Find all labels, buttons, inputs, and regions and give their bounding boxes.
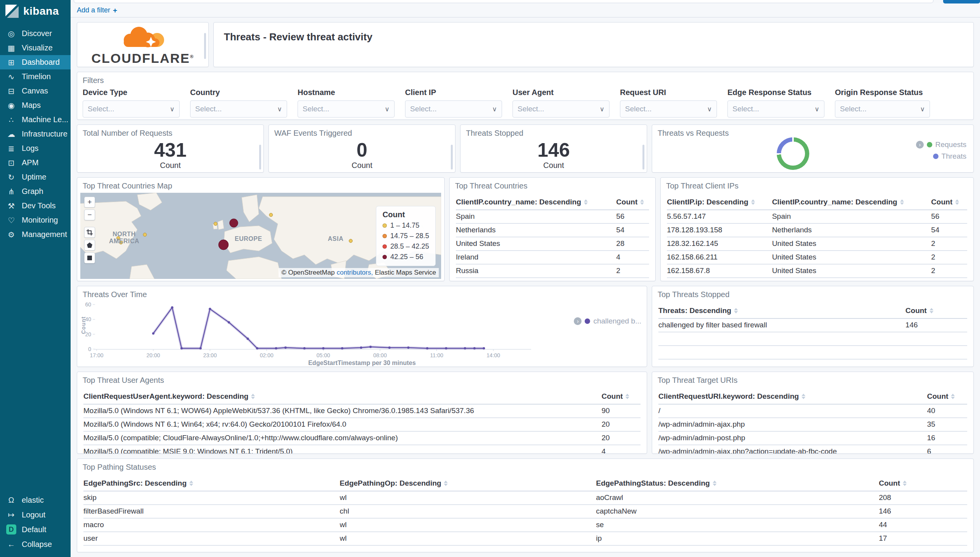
column-header[interactable]: EdgePathingStatus: Descending bbox=[596, 479, 879, 488]
hostname-select[interactable]: Select...∨ bbox=[298, 100, 395, 118]
sidebar-item-label: Graph bbox=[22, 187, 43, 196]
column-header[interactable]: Threats: Descending bbox=[658, 306, 906, 315]
sort-icon[interactable] bbox=[189, 481, 193, 486]
zoom-out-button[interactable]: − bbox=[84, 209, 95, 220]
column-header[interactable]: Count bbox=[906, 306, 967, 315]
line-chart-svg[interactable]: 020406017:0020:0023:0002:0005:0008:0011:… bbox=[77, 301, 535, 360]
origin-response-status-select[interactable]: Select...∨ bbox=[835, 100, 930, 118]
client-ip-select[interactable]: Select...∨ bbox=[405, 100, 502, 118]
table-cell: 6 bbox=[927, 445, 967, 454]
sidebar-item-uptime[interactable]: ↻Uptime bbox=[0, 170, 71, 184]
sort-icon[interactable] bbox=[734, 308, 738, 313]
filter-label: Device Type bbox=[83, 88, 180, 97]
sidebar-item-label: Management bbox=[22, 230, 67, 239]
sidebar-item-label: Machine Le... bbox=[22, 115, 68, 124]
rectangle-tool-button[interactable] bbox=[84, 253, 95, 263]
kibana-app: kibana ◎Discover ▦Visualize ⊞Dashboard ∿… bbox=[0, 0, 980, 557]
sidebar-item-visualize[interactable]: ▦Visualize bbox=[0, 41, 71, 55]
column-header[interactable]: Count bbox=[616, 198, 649, 206]
sidebar-item-maps[interactable]: ◉Maps bbox=[0, 98, 71, 112]
scrollbar[interactable] bbox=[204, 33, 206, 59]
table-header-row: ClientRequestUserAgent.keyword: Descendi… bbox=[83, 389, 641, 405]
column-header[interactable]: Count bbox=[927, 392, 967, 401]
crop-tool-button[interactable] bbox=[84, 227, 95, 238]
attribution-text: © OpenStreetMap bbox=[281, 269, 334, 277]
map-bubble[interactable] bbox=[218, 240, 228, 250]
sort-icon[interactable] bbox=[900, 199, 904, 205]
scrollbar[interactable] bbox=[259, 145, 261, 169]
country-select[interactable]: Select...∨ bbox=[190, 100, 287, 118]
sort-icon[interactable] bbox=[751, 199, 755, 205]
column-header[interactable]: Count bbox=[879, 479, 967, 488]
map-bubble[interactable] bbox=[269, 213, 273, 216]
sidebar-item-machine-learning[interactable]: ∴Machine Le... bbox=[0, 112, 71, 127]
sidebar-item-dev-tools[interactable]: ⚒Dev Tools bbox=[0, 199, 71, 213]
table-row: Mozilla/5.0 (compatible; MSIE 9.0; Windo… bbox=[83, 445, 641, 454]
sort-icon[interactable] bbox=[713, 481, 717, 486]
sidebar-item-dashboard[interactable]: ⊞Dashboard bbox=[0, 55, 71, 69]
threats-over-time-chart[interactable]: Count 020406017:0020:0023:0002:0005:0008… bbox=[77, 301, 563, 360]
column-header[interactable]: EdgePathingSrc: Descending bbox=[83, 479, 340, 488]
sort-icon[interactable] bbox=[955, 199, 959, 205]
sidebar-item-graph[interactable]: ⋔Graph bbox=[0, 184, 71, 199]
sort-icon[interactable] bbox=[251, 394, 255, 399]
column-header[interactable]: ClientRequestUserAgent.keyword: Descendi… bbox=[83, 392, 601, 401]
openstreetmap-link[interactable]: contributors, bbox=[337, 269, 373, 277]
sidebar-item-management[interactable]: ⚙Management bbox=[0, 227, 71, 242]
sidebar-item-infrastructure[interactable]: ☁Infrastructure bbox=[0, 127, 71, 141]
column-header[interactable]: ClientRequestURI.keyword: Descending bbox=[658, 392, 927, 401]
sort-icon[interactable] bbox=[625, 394, 629, 399]
add-filter-link[interactable]: Add a filter bbox=[77, 6, 110, 14]
sort-icon[interactable] bbox=[444, 481, 448, 486]
column-header[interactable]: EdgePathingOp: Descending bbox=[340, 479, 596, 488]
update-button-fragment[interactable] bbox=[943, 0, 980, 3]
map-bubble[interactable] bbox=[214, 222, 217, 225]
world-map[interactable]: NORTH AMERICA EUROPE ASIA + − Count bbox=[80, 193, 441, 279]
sort-icon[interactable] bbox=[930, 308, 933, 313]
sort-icon[interactable] bbox=[640, 199, 644, 205]
sort-icon[interactable] bbox=[903, 481, 907, 486]
column-header[interactable]: ClientIP.ip: Descending bbox=[667, 198, 772, 206]
legend-item-threats[interactable]: Threats bbox=[933, 152, 966, 161]
scrollbar[interactable] bbox=[451, 145, 453, 169]
sidebar-item-timelion[interactable]: ∿Timelion bbox=[0, 69, 71, 84]
sort-icon[interactable] bbox=[802, 394, 805, 399]
scrollbar[interactable] bbox=[642, 145, 644, 169]
donut-chart[interactable] bbox=[777, 137, 809, 170]
sidebar-item-logs[interactable]: ≣Logs bbox=[0, 141, 71, 156]
map-bubble[interactable] bbox=[143, 233, 147, 236]
device-type-select[interactable]: Select...∨ bbox=[83, 100, 180, 118]
legend-item-challenged[interactable]: › challenged b... bbox=[574, 317, 641, 325]
sidebar-item-label: Timelion bbox=[22, 72, 51, 81]
sort-icon[interactable] bbox=[584, 199, 588, 205]
sidebar-item-canvas[interactable]: ⊟Canvas bbox=[0, 84, 71, 98]
sort-icon[interactable] bbox=[951, 394, 955, 399]
sidebar-item-apm[interactable]: ⊡APM bbox=[0, 156, 71, 170]
plus-icon[interactable]: + bbox=[113, 6, 117, 15]
table-cell: 146 bbox=[906, 319, 967, 331]
column-header[interactable]: Count bbox=[931, 198, 967, 206]
sidebar-item-logout[interactable]: ↦Logout bbox=[0, 507, 71, 522]
sidebar-item-elastic-user[interactable]: Ωelastic bbox=[0, 493, 71, 507]
legend-expand-icon[interactable]: › bbox=[916, 141, 924, 149]
sidebar-item-monitoring[interactable]: ♡Monitoring bbox=[0, 213, 71, 227]
polygon-tool-button[interactable] bbox=[84, 240, 95, 251]
query-input-fragment[interactable] bbox=[74, 0, 933, 3]
user-agent-select[interactable]: Select...∨ bbox=[513, 100, 609, 118]
legend-expand-icon[interactable]: › bbox=[574, 317, 582, 325]
sidebar-item-space-default[interactable]: DDefault bbox=[0, 522, 71, 537]
map-bubble[interactable] bbox=[230, 219, 238, 227]
column-header[interactable]: ClientIP.country_name: Descending bbox=[772, 198, 931, 206]
sidebar-item-discover[interactable]: ◎Discover bbox=[0, 26, 71, 41]
canvas-icon: ⊟ bbox=[6, 86, 16, 96]
zoom-in-button[interactable]: + bbox=[84, 197, 95, 208]
map-bubble[interactable] bbox=[349, 239, 353, 242]
sidebar-item-label: Infrastructure bbox=[22, 130, 68, 138]
column-header[interactable]: ClientIP.country_name: Descending bbox=[456, 198, 616, 206]
sidebar-item-collapse[interactable]: ←Collapse bbox=[0, 537, 71, 552]
legend-item-requests[interactable]: › Requests bbox=[916, 140, 966, 149]
request-uri-select[interactable]: Select...∨ bbox=[620, 100, 717, 118]
edge-response-status-select[interactable]: Select...∨ bbox=[727, 100, 824, 118]
column-header[interactable]: Count bbox=[601, 392, 641, 401]
heartbeat-icon: ♡ bbox=[6, 216, 16, 225]
